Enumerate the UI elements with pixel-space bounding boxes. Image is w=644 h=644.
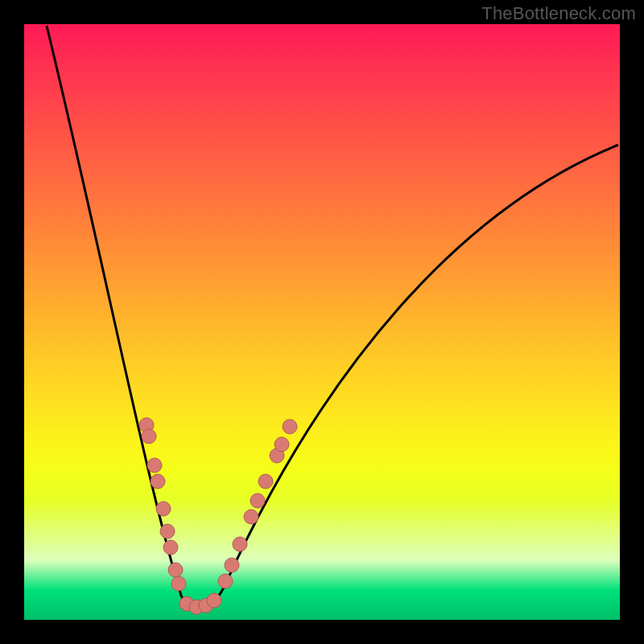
data-point xyxy=(151,474,165,489)
data-point xyxy=(168,563,183,577)
data-point xyxy=(160,524,175,539)
data-point xyxy=(244,510,258,524)
data-point xyxy=(283,419,297,434)
data-point xyxy=(207,593,221,608)
bottleneck-curve-left xyxy=(47,26,197,608)
data-point xyxy=(225,558,239,572)
data-point xyxy=(218,574,233,588)
data-points-right xyxy=(218,419,297,588)
data-points-left xyxy=(139,418,186,591)
bottleneck-curve-right xyxy=(197,145,618,608)
data-point xyxy=(142,429,156,444)
chart-svg xyxy=(24,24,620,620)
data-point xyxy=(171,576,186,591)
watermark-text: TheBottleneck.com xyxy=(481,3,636,24)
data-point xyxy=(156,502,171,516)
data-point xyxy=(258,474,273,489)
data-point xyxy=(147,458,162,473)
chart-plot-area xyxy=(24,24,620,620)
data-points-bottom xyxy=(180,593,221,614)
data-point xyxy=(250,493,265,508)
data-point xyxy=(163,540,178,555)
data-point xyxy=(275,437,289,452)
data-point xyxy=(233,537,247,551)
